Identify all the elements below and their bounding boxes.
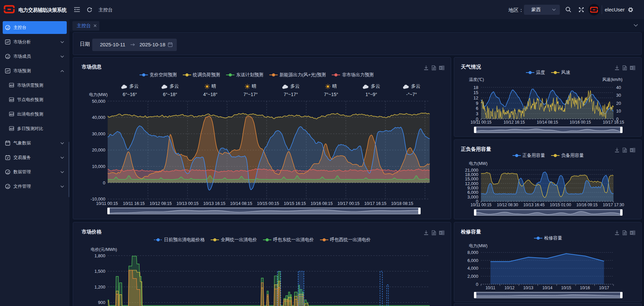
svg-text:10/11 00:15: 10/11 00:15 [96, 201, 118, 206]
svg-text:10/11 16:15: 10/11 16:15 [123, 201, 145, 206]
svg-text:风速(km/h): 风速(km/h) [602, 77, 623, 82]
svg-text:6,000: 6,000 [467, 258, 478, 263]
svg-text:8,000: 8,000 [467, 250, 478, 255]
svg-text:10/13 16:15: 10/13 16:15 [203, 201, 225, 206]
svg-text:10/11 00:15: 10/11 00:15 [471, 120, 492, 125]
svg-text:2,000: 2,000 [467, 274, 478, 279]
svg-text:10/15: 10/15 [561, 286, 571, 290]
svg-text:温度(℃): 温度(℃) [469, 77, 484, 82]
svg-text:10/16 09:15: 10/16 09:15 [576, 203, 598, 207]
svg-text:10/17 00:15: 10/17 00:15 [337, 201, 360, 206]
svg-text:20,000: 20,000 [92, 147, 105, 152]
svg-text:3: 3 [476, 111, 478, 116]
svg-text:-10,000: -10,000 [91, 196, 105, 202]
svg-text:10/12: 10/12 [504, 286, 515, 290]
svg-text:10/17 17:30: 10/17 17:30 [603, 203, 624, 207]
svg-text:10/14: 10/14 [542, 286, 552, 290]
svg-text:0: 0 [103, 180, 105, 185]
svg-text:10/16: 10/16 [580, 286, 590, 290]
svg-text:10/15 01:00: 10/15 01:00 [550, 203, 571, 207]
svg-text:10,000: 10,000 [92, 164, 105, 169]
svg-text:1,500: 1,500 [94, 269, 105, 274]
svg-text:10/17: 10/17 [599, 286, 609, 290]
svg-text:电力(MW): 电力(MW) [469, 244, 488, 248]
svg-text:10/16 08:15: 10/16 08:15 [311, 201, 333, 206]
svg-text:1,800: 1,800 [94, 253, 105, 258]
svg-text:40: 40 [616, 85, 621, 90]
svg-text:10/16 00:15: 10/16 00:15 [570, 120, 591, 125]
svg-text:电力(MW): 电力(MW) [89, 92, 108, 97]
svg-text:10/18 08:15: 10/18 08:15 [391, 201, 413, 206]
svg-text:4,000: 4,000 [467, 266, 478, 271]
svg-text:10/12 08:15: 10/12 08:15 [150, 201, 172, 206]
svg-text:10/15 00:15: 10/15 00:15 [257, 201, 279, 206]
svg-text:电力(MW): 电力(MW) [469, 161, 488, 166]
svg-text:电价(元/MWh): 电价(元/MWh) [91, 247, 117, 252]
svg-text:10/12 16:15: 10/12 16:15 [503, 120, 525, 125]
svg-text:12: 12 [474, 95, 478, 100]
svg-text:10/13 00:15: 10/13 00:15 [176, 201, 199, 206]
svg-text:10/17 16:15: 10/17 16:15 [364, 201, 386, 206]
svg-text:10/15 16:15: 10/15 16:15 [284, 201, 306, 206]
svg-text:10/13: 10/13 [523, 286, 533, 290]
svg-text:40,000: 40,000 [92, 115, 105, 120]
svg-text:10/13 16:45: 10/13 16:45 [523, 203, 545, 207]
svg-text:10/17 16:15: 10/17 16:15 [603, 120, 624, 125]
svg-text:0: 0 [476, 282, 478, 287]
svg-text:10/14 08:15: 10/14 08:15 [230, 201, 252, 206]
svg-text:10/14 08:15: 10/14 08:15 [537, 120, 558, 125]
svg-text:900: 900 [98, 300, 105, 305]
svg-text:1,200: 1,200 [94, 285, 105, 290]
svg-text:20: 20 [616, 101, 621, 106]
svg-text:50,000: 50,000 [92, 99, 105, 104]
svg-text:10/12 08:30: 10/12 08:30 [497, 203, 518, 207]
svg-text:30,000: 30,000 [92, 131, 105, 136]
svg-text:18: 18 [474, 85, 478, 90]
svg-text:10: 10 [616, 108, 621, 114]
svg-text:30: 30 [616, 93, 621, 98]
svg-text:10/11 00:15: 10/11 00:15 [471, 203, 492, 207]
svg-text:6: 6 [476, 106, 478, 111]
svg-text:9: 9 [476, 101, 478, 106]
svg-text:15: 15 [474, 90, 478, 95]
svg-text:10/11: 10/11 [485, 286, 495, 290]
